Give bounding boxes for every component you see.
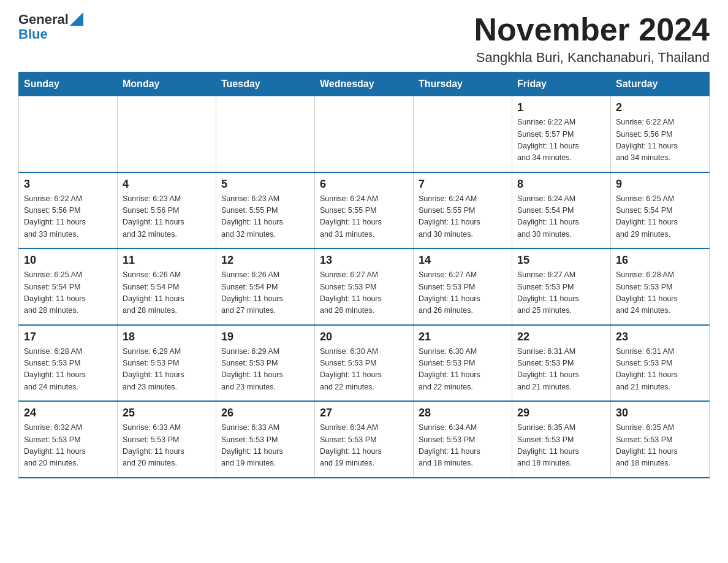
day-number: 29	[517, 407, 605, 419]
day-info: Sunrise: 6:33 AM Sunset: 5:53 PM Dayligh…	[221, 422, 309, 470]
day-info: Sunrise: 6:28 AM Sunset: 5:53 PM Dayligh…	[616, 269, 704, 317]
header-cell-saturday: Saturday	[611, 72, 710, 96]
day-number: 24	[24, 407, 112, 419]
calendar-table: SundayMondayTuesdayWednesdayThursdayFrid…	[18, 72, 710, 478]
day-cell: 30Sunrise: 6:35 AM Sunset: 5:53 PM Dayli…	[611, 401, 710, 478]
day-info: Sunrise: 6:22 AM Sunset: 5:56 PM Dayligh…	[616, 117, 704, 164]
day-cell: 14Sunrise: 6:27 AM Sunset: 5:53 PM Dayli…	[414, 248, 512, 325]
header-cell-thursday: Thursday	[414, 72, 512, 96]
day-cell: 15Sunrise: 6:27 AM Sunset: 5:53 PM Dayli…	[512, 248, 611, 325]
day-number: 15	[517, 254, 605, 267]
day-cell	[414, 96, 512, 172]
day-number: 3	[24, 178, 112, 191]
day-info: Sunrise: 6:26 AM Sunset: 5:54 PM Dayligh…	[123, 269, 211, 317]
day-cell: 22Sunrise: 6:31 AM Sunset: 5:53 PM Dayli…	[512, 325, 611, 402]
day-cell: 29Sunrise: 6:35 AM Sunset: 5:53 PM Dayli…	[512, 401, 611, 478]
header-cell-tuesday: Tuesday	[216, 72, 315, 96]
logo-blue-text: Blue	[18, 26, 48, 42]
day-number: 18	[123, 331, 211, 343]
day-cell: 10Sunrise: 6:25 AM Sunset: 5:54 PM Dayli…	[19, 248, 118, 325]
week-row-3: 10Sunrise: 6:25 AM Sunset: 5:54 PM Dayli…	[19, 248, 710, 325]
day-cell: 6Sunrise: 6:24 AM Sunset: 5:55 PM Daylig…	[315, 172, 414, 249]
day-info: Sunrise: 6:23 AM Sunset: 5:55 PM Dayligh…	[221, 193, 309, 241]
day-cell	[19, 96, 118, 172]
day-cell: 26Sunrise: 6:33 AM Sunset: 5:53 PM Dayli…	[216, 401, 315, 478]
day-number: 7	[419, 178, 507, 191]
header-cell-friday: Friday	[512, 72, 611, 96]
day-cell: 3Sunrise: 6:22 AM Sunset: 5:56 PM Daylig…	[19, 172, 118, 249]
day-info: Sunrise: 6:28 AM Sunset: 5:53 PM Dayligh…	[24, 346, 112, 394]
day-cell: 21Sunrise: 6:30 AM Sunset: 5:53 PM Dayli…	[414, 325, 512, 402]
day-info: Sunrise: 6:29 AM Sunset: 5:53 PM Dayligh…	[123, 346, 211, 394]
day-cell	[216, 96, 315, 172]
day-info: Sunrise: 6:32 AM Sunset: 5:53 PM Dayligh…	[24, 422, 112, 470]
day-info: Sunrise: 6:24 AM Sunset: 5:55 PM Dayligh…	[320, 193, 408, 241]
day-info: Sunrise: 6:30 AM Sunset: 5:53 PM Dayligh…	[320, 346, 408, 394]
day-info: Sunrise: 6:33 AM Sunset: 5:53 PM Dayligh…	[123, 422, 211, 470]
day-info: Sunrise: 6:23 AM Sunset: 5:56 PM Dayligh…	[123, 193, 211, 241]
day-cell: 18Sunrise: 6:29 AM Sunset: 5:53 PM Dayli…	[118, 325, 216, 402]
week-row-4: 17Sunrise: 6:28 AM Sunset: 5:53 PM Dayli…	[19, 325, 710, 402]
week-row-2: 3Sunrise: 6:22 AM Sunset: 5:56 PM Daylig…	[19, 172, 710, 249]
day-number: 5	[221, 178, 309, 191]
svg-marker-0	[70, 12, 83, 26]
day-cell: 16Sunrise: 6:28 AM Sunset: 5:53 PM Dayli…	[611, 248, 710, 325]
day-info: Sunrise: 6:30 AM Sunset: 5:53 PM Dayligh…	[419, 346, 507, 394]
day-cell: 9Sunrise: 6:25 AM Sunset: 5:54 PM Daylig…	[611, 172, 710, 249]
day-number: 4	[123, 178, 211, 191]
header-cell-sunday: Sunday	[19, 72, 118, 96]
day-info: Sunrise: 6:34 AM Sunset: 5:53 PM Dayligh…	[320, 422, 408, 470]
day-cell: 5Sunrise: 6:23 AM Sunset: 5:55 PM Daylig…	[216, 172, 315, 249]
day-cell: 8Sunrise: 6:24 AM Sunset: 5:54 PM Daylig…	[512, 172, 611, 249]
day-number: 1	[517, 101, 605, 114]
day-info: Sunrise: 6:26 AM Sunset: 5:54 PM Dayligh…	[221, 269, 309, 317]
day-cell: 4Sunrise: 6:23 AM Sunset: 5:56 PM Daylig…	[118, 172, 216, 249]
day-cell: 25Sunrise: 6:33 AM Sunset: 5:53 PM Dayli…	[118, 401, 216, 478]
header-row: SundayMondayTuesdayWednesdayThursdayFrid…	[19, 72, 710, 96]
day-number: 12	[221, 254, 309, 267]
day-cell: 13Sunrise: 6:27 AM Sunset: 5:53 PM Dayli…	[315, 248, 414, 325]
day-cell: 11Sunrise: 6:26 AM Sunset: 5:54 PM Dayli…	[118, 248, 216, 325]
day-number: 13	[320, 254, 408, 267]
day-number: 8	[517, 178, 605, 191]
day-cell	[118, 96, 216, 172]
day-number: 19	[221, 331, 309, 343]
day-info: Sunrise: 6:25 AM Sunset: 5:54 PM Dayligh…	[616, 193, 704, 241]
day-info: Sunrise: 6:27 AM Sunset: 5:53 PM Dayligh…	[419, 269, 507, 317]
day-number: 22	[517, 331, 605, 343]
day-info: Sunrise: 6:22 AM Sunset: 5:56 PM Dayligh…	[24, 193, 112, 241]
day-info: Sunrise: 6:35 AM Sunset: 5:53 PM Dayligh…	[517, 422, 605, 470]
day-cell: 7Sunrise: 6:24 AM Sunset: 5:55 PM Daylig…	[414, 172, 512, 249]
day-info: Sunrise: 6:27 AM Sunset: 5:53 PM Dayligh…	[320, 269, 408, 317]
day-number: 16	[616, 254, 704, 267]
day-number: 30	[616, 407, 704, 419]
day-number: 14	[419, 254, 507, 267]
calendar-header: SundayMondayTuesdayWednesdayThursdayFrid…	[19, 72, 710, 96]
day-number: 25	[123, 407, 211, 419]
day-number: 23	[616, 331, 704, 343]
location-title: Sangkhla Buri, Kanchanaburi, Thailand	[474, 50, 710, 66]
month-title: November 2024	[474, 12, 710, 47]
day-number: 17	[24, 331, 112, 343]
day-info: Sunrise: 6:31 AM Sunset: 5:53 PM Dayligh…	[616, 346, 704, 394]
day-number: 11	[123, 254, 211, 267]
day-number: 20	[320, 331, 408, 343]
day-number: 10	[24, 254, 112, 267]
logo: General Blue	[18, 12, 83, 42]
day-cell: 28Sunrise: 6:34 AM Sunset: 5:53 PM Dayli…	[414, 401, 512, 478]
logo-general-text: General	[18, 12, 69, 27]
day-info: Sunrise: 6:31 AM Sunset: 5:53 PM Dayligh…	[517, 346, 605, 394]
day-number: 9	[616, 178, 704, 191]
day-cell: 1Sunrise: 6:22 AM Sunset: 5:57 PM Daylig…	[512, 96, 611, 172]
day-info: Sunrise: 6:27 AM Sunset: 5:53 PM Dayligh…	[517, 269, 605, 317]
page-header: General Blue November 2024 Sangkhla Buri…	[18, 12, 710, 66]
week-row-1: 1Sunrise: 6:22 AM Sunset: 5:57 PM Daylig…	[19, 96, 710, 172]
day-cell: 19Sunrise: 6:29 AM Sunset: 5:53 PM Dayli…	[216, 325, 315, 402]
day-cell: 24Sunrise: 6:32 AM Sunset: 5:53 PM Dayli…	[19, 401, 118, 478]
title-block: November 2024 Sangkhla Buri, Kanchanabur…	[474, 12, 710, 66]
calendar-body: 1Sunrise: 6:22 AM Sunset: 5:57 PM Daylig…	[19, 96, 710, 478]
header-cell-wednesday: Wednesday	[315, 72, 414, 96]
header-cell-monday: Monday	[118, 72, 216, 96]
day-info: Sunrise: 6:35 AM Sunset: 5:53 PM Dayligh…	[616, 422, 704, 470]
day-cell: 23Sunrise: 6:31 AM Sunset: 5:53 PM Dayli…	[611, 325, 710, 402]
